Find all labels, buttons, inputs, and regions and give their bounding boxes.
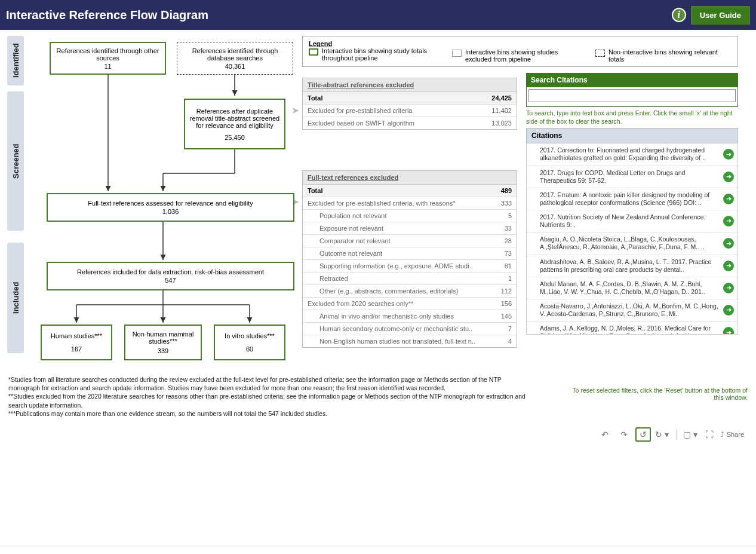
citation-row[interactable]: Abagiu, A. O.,Nicoleta Stoica, L.,Blaga,… [527, 232, 737, 255]
user-guide-button[interactable]: User Guide [691, 6, 750, 25]
info-button[interactable]: i [672, 8, 686, 22]
search-input[interactable] [528, 89, 736, 102]
open-link-icon[interactable]: ➜ [723, 327, 734, 335]
citation-row[interactable]: Abdrashitova, A. B.,Saleev, R. A.,Musina… [527, 255, 737, 277]
open-link-icon[interactable]: ➜ [723, 261, 734, 271]
table-row[interactable]: Excluded from 2020 searches only**156 [303, 298, 517, 310]
table-row[interactable]: Supporting information (e.g., exposure, … [303, 260, 517, 273]
open-link-icon[interactable]: ➜ [723, 283, 734, 293]
table-row[interactable]: Animal in vivo and/or mechanistic-only s… [303, 310, 517, 323]
legend-swatch-dashed [595, 50, 605, 57]
citation-row[interactable]: Adams, J. A.,Kellogg, N. D.,Moles, R.. 2… [527, 322, 737, 335]
open-link-icon[interactable]: ➜ [723, 194, 734, 204]
open-link-icon[interactable]: ➜ [723, 149, 734, 160]
search-header: Search Citations [526, 73, 738, 87]
bottom-toolbar: View on Tableau Public ↶ ↷ ↺ ↻ ▾ ▢ ▾ ⛶ ⤴… [0, 546, 756, 554]
table-row[interactable]: Population not relevant5 [303, 210, 517, 222]
stage-identified: Identified [7, 36, 24, 85]
bin-human[interactable]: Human studies*** 167 [41, 325, 112, 360]
bin-after-dup[interactable]: References after duplicate removal title… [184, 99, 285, 149]
table-row[interactable]: Other (e.g., abstracts, commentaries, ed… [303, 285, 517, 298]
undo-icon[interactable]: ↶ [597, 427, 613, 442]
table-row[interactable]: Comparator not relevant28 [303, 235, 517, 247]
arrow-icon: ➤ [291, 105, 299, 116]
table-title-abstract-excluded[interactable]: Title-abstract references excluded Total… [302, 78, 517, 130]
stage-labels: Identified Screened Included [7, 36, 24, 371]
page-title: Interactive Reference Flow Diagram [6, 8, 208, 22]
table-row[interactable]: Total489 [303, 185, 517, 197]
bin-db-searches: References identified through database s… [177, 42, 293, 75]
citation-row[interactable]: 2017. Correction to: Fluorinated and cha… [527, 143, 737, 166]
open-link-icon[interactable]: ➜ [723, 216, 734, 227]
table-row[interactable]: Total24,425 [303, 92, 517, 105]
citation-row[interactable]: 2017. Nutrition Society of New Zealand A… [527, 210, 737, 232]
table-row[interactable]: Excluded for pre-established criteria, w… [303, 197, 517, 210]
legend-swatch-gray [452, 50, 462, 57]
bin-full-text[interactable]: Full-text references assessed for releva… [47, 193, 294, 222]
device-icon[interactable]: ▢ ▾ [683, 427, 698, 442]
table-row[interactable]: Excluded based on SWIFT algorithm13,023 [303, 117, 517, 129]
fullscreen-icon[interactable]: ⛶ [702, 427, 717, 442]
table-row[interactable]: Excluded for pre-established criteria11,… [303, 105, 517, 117]
table-row[interactable]: Retracted1 [303, 273, 517, 285]
citations-list[interactable]: 2017. Correction to: Fluorinated and cha… [526, 143, 738, 335]
bin-included[interactable]: References included for data extraction,… [47, 262, 294, 290]
inner-toolbar: ↶ ↷ ↺ ↻ ▾ ▢ ▾ ⛶ ⤴ Share [0, 425, 750, 444]
table-row[interactable]: Non-English human studies not translated… [303, 335, 517, 347]
table-row[interactable]: Outcome not relevant73 [303, 247, 517, 260]
reset-hint: To reset selected filters, click the 'Re… [553, 387, 756, 401]
open-link-icon[interactable]: ➜ [723, 238, 734, 249]
citations-header: Citations [526, 128, 738, 143]
flow-diagram: ➤ ➤ References identified through other … [29, 36, 297, 371]
footnotes: *Studies from all literature searches co… [0, 371, 537, 423]
open-link-icon[interactable]: ➜ [723, 305, 734, 316]
citation-row[interactable]: 2017. Erratum: A nontoxic pain killer de… [527, 188, 737, 210]
reset-icon[interactable]: ↺ [635, 427, 651, 442]
open-link-icon[interactable]: ➜ [723, 172, 734, 182]
citation-row[interactable]: Acosta-Navarro, J.,Antoniazzi, L.,Oki, A… [527, 299, 737, 322]
table-row[interactable]: Exposure not relevant33 [303, 222, 517, 235]
search-hint: To search, type into text box and press … [526, 107, 738, 128]
legend-swatch-green [309, 48, 318, 56]
legend: Legend Interactive bins showing study to… [302, 36, 738, 67]
share-button[interactable]: ⤴ Share [721, 431, 744, 438]
bin-invitro[interactable]: In vitro studies*** 60 [214, 325, 285, 360]
redo-icon[interactable]: ↷ [616, 427, 632, 442]
header: Interactive Reference Flow Diagram i Use… [0, 0, 756, 30]
stage-included: Included [7, 243, 24, 353]
citation-row[interactable]: Abdul Manan, M. A. F.,Cordes, D. B.,Slaw… [527, 277, 737, 299]
bin-other-sources[interactable]: References identified through other sour… [50, 42, 166, 75]
forward-icon[interactable]: ↻ ▾ [654, 427, 670, 442]
table-full-text-excluded[interactable]: Full-text references excluded Total489Ex… [302, 170, 517, 348]
bin-nonhuman[interactable]: Non-human mammal studies*** 339 [124, 325, 202, 360]
stage-screened: Screened [7, 91, 24, 231]
citation-row[interactable]: 2017. Drugs for COPD. Medical Letter on … [527, 166, 737, 188]
table-row[interactable]: Human secondary outcome-only or mechanis… [303, 323, 517, 335]
